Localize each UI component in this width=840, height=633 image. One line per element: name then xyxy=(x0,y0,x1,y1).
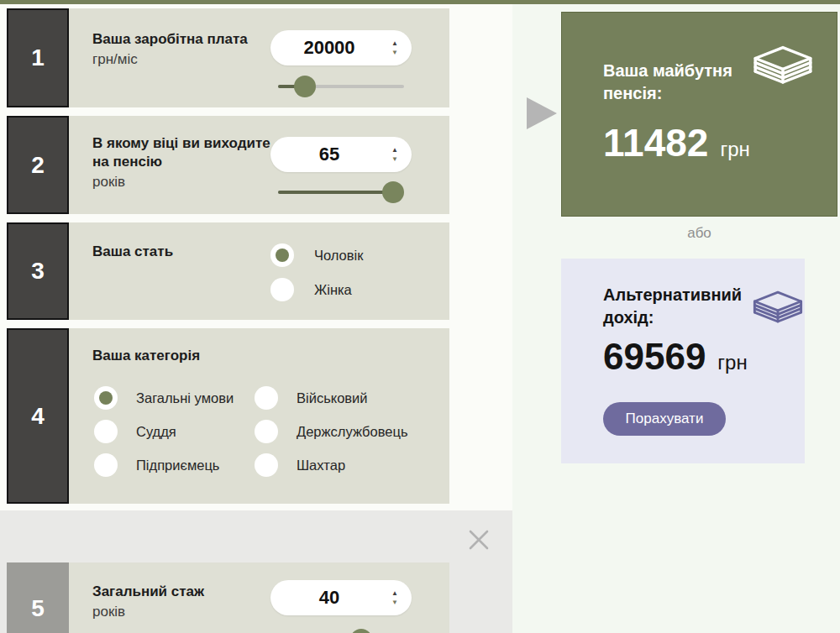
radio-civil-servant[interactable] xyxy=(255,420,278,443)
pension-result-card: Ваша майбутня пенсія: 11482 грн xyxy=(561,12,837,217)
money-stack-icon xyxy=(751,43,815,93)
category-option-military[interactable]: Військовий xyxy=(255,386,368,410)
alternative-amount: 69569 xyxy=(603,336,706,378)
experience-input[interactable] xyxy=(270,580,412,615)
pension-result-title: Ваша майбутня пенсія: xyxy=(603,60,750,105)
salary-label: Ваша заробітна плата xyxy=(92,30,248,49)
retire-age-label: В якому віці ви виходите на пенсію xyxy=(92,134,270,171)
or-divider: або xyxy=(638,225,760,242)
step-3-row: 3 Ваша стать Чоловік Жінка xyxy=(7,222,449,320)
salary-slider-thumb[interactable] xyxy=(294,76,316,97)
step-2-row: 2 В якому віці ви виходите на пенсію рок… xyxy=(7,116,449,214)
category-option-military-label: Військовий xyxy=(297,386,368,410)
category-label: Ваша категорія xyxy=(92,347,200,365)
gender-option-male[interactable]: Чоловік xyxy=(270,243,363,267)
category-option-civil-servant[interactable]: Держслужбовець xyxy=(255,420,408,443)
stepper-down-icon[interactable]: ▼ xyxy=(391,50,398,56)
radio-female[interactable] xyxy=(270,278,294,301)
radio-entrepreneur[interactable] xyxy=(94,453,118,477)
result-arrow-icon xyxy=(527,97,557,129)
radio-general[interactable] xyxy=(94,386,118,410)
step-1-number: 1 xyxy=(7,8,69,107)
step-4-row: 4 Ваша категорія Загальні умови Військов… xyxy=(7,328,449,504)
retire-age-slider-thumb[interactable] xyxy=(382,181,404,203)
salary-input[interactable] xyxy=(270,30,412,65)
category-option-judge[interactable]: Суддя xyxy=(94,420,176,443)
pension-amount: 11482 xyxy=(603,122,708,164)
retire-age-stepper[interactable]: ▲▼ xyxy=(391,137,398,172)
salary-input-pill: ▲▼ xyxy=(270,30,412,65)
category-option-civil-servant-label: Держслужбовець xyxy=(297,420,408,443)
salary-unit: грн/міс xyxy=(92,50,138,69)
radio-miner[interactable] xyxy=(255,453,278,477)
experience-input-pill: ▲▼ xyxy=(270,580,412,615)
experience-label: Загальний стаж xyxy=(92,583,204,601)
pension-result-value-row: 11482 грн xyxy=(603,122,750,164)
step-3-panel xyxy=(69,222,449,320)
radio-judge[interactable] xyxy=(94,420,118,443)
step-5-number: 5 xyxy=(7,562,69,633)
category-option-general-label: Загальні умови xyxy=(136,386,234,410)
radio-military[interactable] xyxy=(255,386,278,410)
gender-option-female[interactable]: Жінка xyxy=(270,278,352,301)
alternative-income-title: Альтернативний дохід: xyxy=(603,284,750,329)
category-option-judge-label: Суддя xyxy=(136,420,176,443)
step-4-number: 4 xyxy=(7,328,69,504)
step-2-number: 2 xyxy=(7,116,69,214)
close-icon[interactable] xyxy=(465,526,493,554)
retire-age-unit: років xyxy=(92,173,125,191)
experience-unit: років xyxy=(92,603,125,621)
step-1-row: 1 Ваша заробітна плата грн/міс ▲▼ xyxy=(7,8,449,107)
alternative-income-value-row: 69569 грн xyxy=(603,336,748,378)
category-option-miner[interactable]: Шахтар xyxy=(255,453,345,477)
stepper-down-icon[interactable]: ▼ xyxy=(391,599,398,606)
retire-age-slider-fill xyxy=(278,191,393,194)
category-option-miner-label: Шахтар xyxy=(297,453,345,477)
category-option-entrepreneur-label: Підприємець xyxy=(136,453,219,477)
stepper-down-icon[interactable]: ▼ xyxy=(391,156,398,163)
stepper-up-icon[interactable]: ▲ xyxy=(391,40,398,47)
pension-calculator-page: 1 Ваша заробітна плата грн/міс ▲▼ 2 В як… xyxy=(0,0,840,633)
category-option-general[interactable]: Загальні умови xyxy=(94,386,234,410)
gender-option-female-label: Жінка xyxy=(314,278,352,301)
alternative-currency: грн xyxy=(717,351,747,374)
alternative-income-card: Альтернативний дохід: 69569 грн Порахува… xyxy=(561,259,805,463)
radio-male[interactable] xyxy=(270,243,294,267)
category-option-entrepreneur[interactable]: Підприємець xyxy=(94,453,219,477)
stepper-up-icon[interactable]: ▲ xyxy=(391,590,398,597)
pension-currency: грн xyxy=(720,138,749,161)
money-stack-icon xyxy=(751,287,805,332)
stepper-up-icon[interactable]: ▲ xyxy=(391,147,398,154)
salary-stepper[interactable]: ▲▼ xyxy=(391,30,398,65)
step-5-row: 5 Загальний стаж років ▲▼ xyxy=(7,562,449,633)
gender-label: Ваша стать xyxy=(92,243,173,261)
gender-option-male-label: Чоловік xyxy=(314,243,363,267)
experience-stepper[interactable]: ▲▼ xyxy=(391,580,398,615)
retire-age-input[interactable] xyxy=(270,137,412,172)
step-3-number: 3 xyxy=(7,222,69,320)
calculate-button[interactable]: Порахувати xyxy=(603,402,726,436)
retire-age-input-pill: ▲▼ xyxy=(270,137,412,172)
